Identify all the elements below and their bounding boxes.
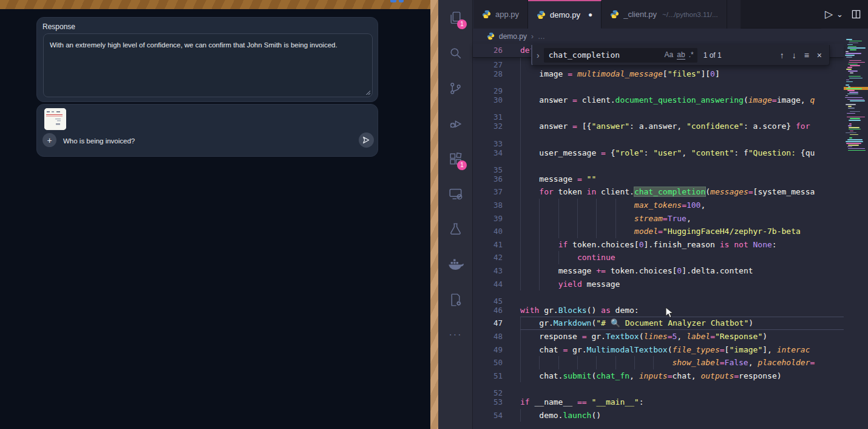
sidebar-item-source-control[interactable]: [438, 70, 473, 106]
line-number: 37: [473, 185, 503, 199]
code-line[interactable]: 53if __name__ == "__main__":: [473, 396, 844, 409]
sidebar-item-docker[interactable]: [438, 247, 473, 282]
match-case-button[interactable]: Aa: [665, 50, 674, 60]
code-line[interactable]: 44 yield message: [473, 278, 844, 291]
line-number: 46: [473, 304, 503, 317]
whole-word-button[interactable]: ab: [677, 50, 685, 60]
tab-label: demo.py: [550, 10, 580, 19]
git-branch-icon: [448, 81, 463, 96]
line-number: 47: [473, 317, 503, 330]
minimap[interactable]: [844, 29, 868, 429]
line-number: 41: [473, 238, 503, 252]
code-line[interactable]: 54 demo.launch(): [473, 409, 844, 422]
sidebar-item-file-settings[interactable]: [438, 282, 473, 317]
code-line[interactable]: 41 if token.choices[0].finish_reason is …: [473, 238, 844, 252]
docker-whale-icon: [447, 256, 464, 273]
find-collapse-toggle[interactable]: ›: [532, 50, 544, 60]
sidebar-item-search[interactable]: [438, 35, 473, 70]
editor-actions: ▷ ⌄: [821, 0, 868, 29]
find-close-button[interactable]: ×: [817, 50, 822, 60]
resize-handle[interactable]: [364, 89, 370, 95]
code-line[interactable]: 32 answer = [{"answer": a.answer, "confi…: [473, 120, 844, 133]
gradio-app-window: Response With an extremely high level of…: [0, 0, 430, 429]
code-line[interactable]: 30 answer = client.document_question_ans…: [473, 94, 844, 107]
attachment-thumbnail[interactable]: ×: [44, 108, 66, 130]
code-line[interactable]: 28 image = multimodal_message["files"][0…: [473, 67, 844, 81]
chat-message-text[interactable]: Who is being invoiced?: [63, 137, 135, 145]
code-line[interactable]: 48 response = gr.Textbox(lines=5, label=…: [473, 330, 844, 343]
code-line[interactable]: 46with gr.Blocks() as demo:: [473, 304, 844, 317]
line-number: 44: [473, 278, 503, 291]
split-editor-button[interactable]: [852, 10, 861, 19]
code-line[interactable]: 40 model="HuggingFaceH4/zephyr-7b-beta: [473, 225, 844, 238]
code-line[interactable]: 37 for token in client.chat_completion(m…: [473, 185, 844, 199]
line-number: 36: [473, 173, 503, 186]
code-line[interactable]: 35: [473, 159, 844, 173]
sidebar-item-run-debug[interactable]: [438, 106, 473, 141]
breadcrumb-more[interactable]: …: [538, 32, 545, 41]
find-previous-button[interactable]: ↑: [780, 50, 784, 60]
breadcrumb[interactable]: demo.py › …: [473, 29, 844, 44]
regex-button[interactable]: .*: [689, 50, 694, 60]
tab-partial[interactable]: [727, 0, 741, 29]
sidebar-item-testing[interactable]: [438, 211, 473, 247]
line-number: 38: [473, 199, 503, 212]
breadcrumb-separator: ›: [531, 32, 534, 41]
code-line[interactable]: 34 user_message = {"role": "user", "cont…: [473, 146, 844, 160]
response-textarea[interactable]: With an extremely high level of confiden…: [43, 33, 373, 97]
find-results-count: 1 of 1: [704, 51, 722, 60]
sidebar-item-remote-explorer[interactable]: [438, 176, 473, 211]
response-text: With an extremely high level of confiden…: [50, 41, 337, 49]
tab-app-py[interactable]: app.py: [473, 0, 528, 29]
sidebar-item-more[interactable]: ···: [438, 317, 473, 352]
line-number: 40: [473, 225, 503, 238]
code-line[interactable]: 42 continue: [473, 251, 844, 264]
explorer-badge: 1: [457, 19, 467, 29]
send-button[interactable]: [359, 132, 374, 148]
tab-description: ~/.../python3.11/...: [662, 11, 718, 18]
add-attachment-button[interactable]: +: [42, 133, 56, 147]
code-line[interactable]: 51 chat.submit(chat_fn, inputs=chat, out…: [473, 369, 844, 383]
line-number: 51: [473, 369, 503, 383]
code-line[interactable]: 45: [473, 290, 844, 304]
python-icon: [487, 32, 495, 40]
code-line[interactable]: 38 max_tokens=100,: [473, 199, 844, 212]
code-line[interactable]: 33: [473, 133, 844, 146]
chat-input-block: × + Who is being invoiced?: [36, 104, 378, 157]
sidebar-item-extensions[interactable]: 1: [438, 141, 473, 176]
code-line[interactable]: 29: [473, 81, 844, 94]
find-next-button[interactable]: ↓: [792, 50, 796, 60]
code-line[interactable]: 50 show_label=False, placeholder=: [473, 356, 844, 369]
code-line[interactable]: 36 message = "": [473, 173, 844, 186]
code-line[interactable]: 39 stream=True,: [473, 212, 844, 225]
run-python-file-button[interactable]: ▷: [825, 8, 833, 21]
line-number: 55: [473, 426, 503, 429]
run-debug-icon: [448, 116, 463, 131]
modified-dot-icon[interactable]: ●: [588, 10, 592, 19]
split-editor-icon: [852, 10, 861, 19]
browser-top-bar: [0, 0, 430, 9]
sidebar-item-explorer[interactable]: 1: [438, 0, 473, 35]
tab-demo-py[interactable]: demo.py ●: [528, 0, 602, 29]
tab-client-py[interactable]: _client.py ~/.../python3.11/...: [602, 0, 727, 29]
sidebar-item-account[interactable]: [438, 422, 473, 429]
code-line[interactable]: 31: [473, 107, 844, 120]
line-number: 34: [473, 146, 503, 160]
python-icon: [537, 10, 546, 19]
remote-explorer-icon: [448, 186, 464, 202]
code-line[interactable]: 43 message += token.choices[0].delta.con…: [473, 264, 844, 278]
code-line[interactable]: 52: [473, 382, 844, 396]
code-line[interactable]: 49 chat = gr.MultimodalTextbox(file_type…: [473, 343, 844, 357]
run-dropdown-button[interactable]: ⌄: [836, 10, 843, 19]
find-input[interactable]: chat_completion Aa ab .*: [544, 48, 697, 63]
breadcrumb-file[interactable]: demo.py: [499, 32, 527, 41]
line-number: 32: [473, 120, 503, 133]
code-line[interactable]: 55: [473, 422, 844, 429]
find-in-selection-button[interactable]: ≡: [804, 50, 809, 60]
line-number: 26: [473, 44, 503, 57]
find-query: chat_completion: [549, 50, 620, 60]
code-line[interactable]: 47 gr.Markdown("# 🔍 Document Analyzer Ch…: [473, 317, 844, 330]
ellipsis-icon: ···: [449, 329, 463, 340]
python-icon: [482, 10, 491, 19]
line-number: 50: [473, 356, 503, 369]
